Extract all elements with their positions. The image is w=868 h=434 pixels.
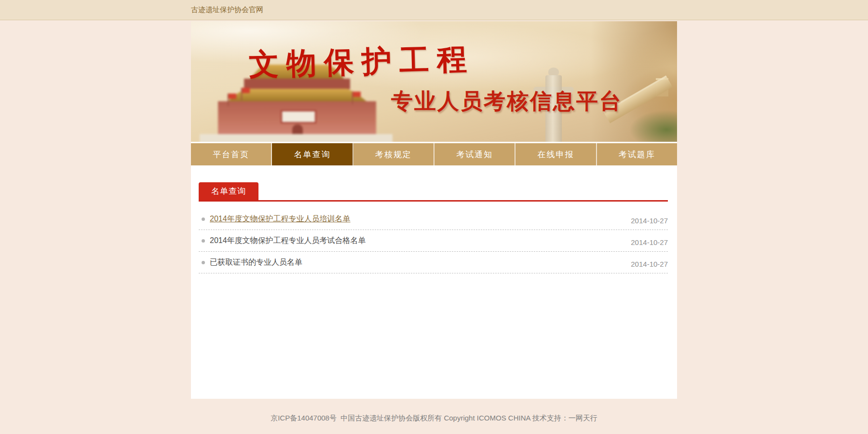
list-item: 已获取证书的专业人员名单 2014-10-27 bbox=[199, 252, 668, 273]
news-date: 2014-10-27 bbox=[631, 238, 668, 246]
news-date: 2014-10-27 bbox=[631, 260, 668, 268]
news-link[interactable]: 已获取证书的专业人员名单 bbox=[210, 258, 302, 268]
bullet-icon bbox=[202, 217, 205, 221]
banner-subtitle: 专业人员考核信息平台 bbox=[391, 87, 623, 116]
red-flag-icon bbox=[242, 88, 250, 93]
footer: 京ICP备14047008号 中国古迹遗址保护协会版权所有 Copyright … bbox=[0, 399, 868, 434]
bullet-icon bbox=[202, 261, 205, 264]
main-nav: 平台首页 名单查询 考核规定 考试通知 在线申报 考试题库 bbox=[191, 143, 677, 165]
great-wall-photo bbox=[591, 21, 677, 142]
news-link[interactable]: 2014年度文物保护工程专业人员考试合格名单 bbox=[210, 236, 366, 246]
section-title-tab: 名单查询 bbox=[199, 182, 258, 200]
news-list: 2014年度文物保护工程专业人员培训名单 2014-10-27 2014年度文物… bbox=[199, 208, 668, 273]
main-column: 文物保护工程 专业人员考核信息平台 平台首页 名单查询 考核规定 考试通知 在线… bbox=[191, 21, 677, 399]
nav-item-assessment-rules[interactable]: 考核规定 bbox=[353, 143, 434, 165]
banner-title: 文物保护工程 bbox=[248, 39, 475, 85]
nav-item-home[interactable]: 平台首页 bbox=[191, 143, 272, 165]
news-link[interactable]: 2014年度文物保护工程专业人员培训名单 bbox=[210, 214, 351, 224]
association-site-link[interactable]: 古迹遗址保护协会官网 bbox=[191, 5, 263, 14]
list-item: 2014年度文物保护工程专业人员考试合格名单 2014-10-27 bbox=[199, 230, 668, 252]
topbar-inner: 古迹遗址保护协会官网 bbox=[191, 0, 677, 20]
red-flag-icon bbox=[229, 94, 236, 99]
nav-item-list-query[interactable]: 名单查询 bbox=[272, 143, 353, 165]
list-item: 2014年度文物保护工程专业人员培训名单 2014-10-27 bbox=[199, 208, 668, 230]
footer-copyright: 京ICP备14047008号 中国古迹遗址保护协会版权所有 Copyright … bbox=[271, 414, 597, 434]
news-date: 2014-10-27 bbox=[631, 217, 668, 225]
tiananmen-gate bbox=[292, 124, 303, 134]
tiananmen-base bbox=[200, 134, 393, 143]
tiananmen-portrait bbox=[281, 110, 316, 123]
bullet-icon bbox=[202, 239, 205, 243]
content-panel: 名单查询 2014年度文物保护工程专业人员培训名单 2014-10-27 201… bbox=[191, 165, 677, 399]
red-flag-icon bbox=[353, 92, 361, 97]
nav-item-online-application[interactable]: 在线申报 bbox=[515, 143, 597, 165]
nav-item-exam-notice[interactable]: 考试通知 bbox=[434, 143, 515, 165]
topbar: 古迹遗址保护协会官网 bbox=[0, 0, 868, 20]
section-header: 名单查询 bbox=[199, 182, 668, 202]
nav-item-exam-bank[interactable]: 考试题库 bbox=[597, 143, 677, 165]
banner: 文物保护工程 专业人员考核信息平台 bbox=[191, 21, 677, 143]
